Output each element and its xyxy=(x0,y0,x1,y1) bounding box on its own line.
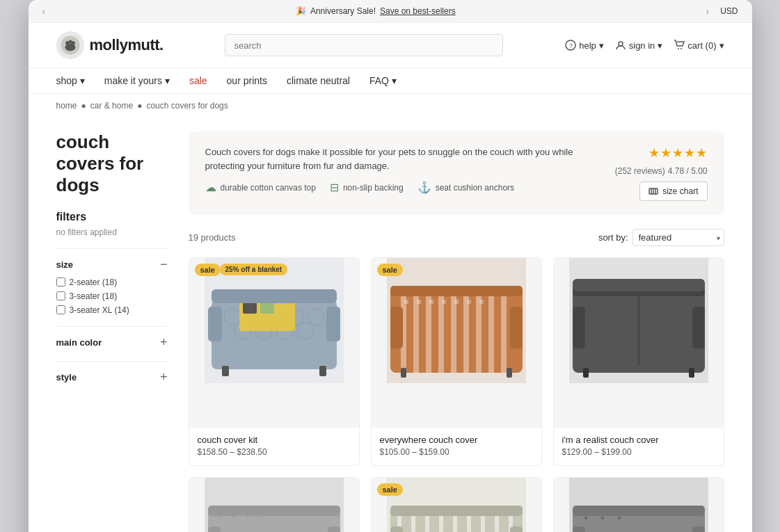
size-chart-button[interactable]: size chart xyxy=(639,182,707,201)
product-card-1[interactable]: sale 25% off a blanket couch cover kit $… xyxy=(189,257,360,466)
help-button[interactable]: ? help ▾ xyxy=(565,40,604,51)
breadcrumb-sep2: ● xyxy=(137,101,142,111)
breadcrumb-current: couch covers for dogs xyxy=(146,101,228,111)
filter-size-header[interactable]: size − xyxy=(56,257,168,272)
party-icon: 🎉 xyxy=(296,6,306,16)
svg-rect-72 xyxy=(232,516,234,518)
filters-none-applied: no filters applied xyxy=(56,227,168,237)
svg-rect-51 xyxy=(467,300,471,304)
page-title: couch covers for dogs xyxy=(56,131,168,197)
announcement-bar: ‹ 🎉 Anniversary Sale! Save on best-selle… xyxy=(29,0,752,23)
announcement-center: 🎉 Anniversary Sale! Save on best-sellers xyxy=(296,6,456,16)
breadcrumb-home[interactable]: home xyxy=(56,101,77,111)
nav-our-prints[interactable]: our prints xyxy=(227,75,267,86)
product-info-3: i'm a realist couch cover $129.00 – $199… xyxy=(554,428,724,465)
rating-reviews: (252 reviews) xyxy=(615,166,665,176)
checkbox-2seater[interactable] xyxy=(56,277,65,287)
product-image-5: sale xyxy=(372,478,541,532)
signin-button[interactable]: sign in ▾ xyxy=(615,40,663,51)
rating-stars: ★★★★★ xyxy=(648,145,708,161)
svg-rect-31 xyxy=(319,366,326,376)
filter-style-toggle[interactable]: + xyxy=(160,370,168,385)
category-meta: ★★★★★ (252 reviews) 4.78 / 5.00 size cha… xyxy=(615,145,708,201)
search-bar[interactable] xyxy=(225,34,503,56)
breadcrumb-sep1: ● xyxy=(81,101,86,111)
svg-rect-33 xyxy=(208,307,222,341)
svg-rect-56 xyxy=(401,368,406,378)
svg-point-9 xyxy=(619,42,623,46)
filter-option-2seater[interactable]: 2-seater (18) xyxy=(56,277,168,287)
filter-color-label: main color xyxy=(56,337,102,348)
svg-point-10 xyxy=(678,48,679,49)
filter-style-label: style xyxy=(56,372,77,382)
product-card-2[interactable]: sale everywhere couch cover $105.00 – $1… xyxy=(371,257,542,466)
announcement-link[interactable]: Save on best-sellers xyxy=(380,6,456,16)
svg-rect-108 xyxy=(573,526,585,532)
svg-rect-77 xyxy=(208,506,340,516)
badge-sale-2: sale xyxy=(377,264,403,276)
badge-sale-5: sale xyxy=(377,483,403,496)
header-actions: ? help ▾ sign in ▾ cart (0) ▾ xyxy=(565,40,724,51)
logo[interactable]: mollymutt. xyxy=(56,31,164,59)
svg-text:?: ? xyxy=(569,42,573,49)
header: mollymutt. ? help ▾ sign in ▾ xyxy=(29,23,752,68)
svg-rect-44 xyxy=(488,289,494,373)
breadcrumb: home ● car & home ● couch covers for dog… xyxy=(29,94,752,118)
filters-title: filters xyxy=(56,211,168,223)
announcement-text: Anniversary Sale! xyxy=(310,6,376,16)
filter-style-header[interactable]: style + xyxy=(56,370,168,385)
logo-icon xyxy=(56,31,84,59)
currency-selector[interactable]: USD xyxy=(720,6,738,16)
nav-climate-neutral[interactable]: climate neutral xyxy=(287,75,350,86)
nav-sale[interactable]: sale xyxy=(189,75,207,86)
product-image-1: sale 25% off a blanket xyxy=(189,258,359,428)
breadcrumb-car-home[interactable]: car & home xyxy=(90,101,133,111)
product-name-1: couch cover kit xyxy=(198,435,351,445)
product-card-5[interactable]: sale xyxy=(371,477,542,532)
checkbox-3seaterxl[interactable] xyxy=(56,305,65,314)
filter-group-color: main color + xyxy=(56,326,168,350)
browser-frame: ‹ 🎉 Anniversary Sale! Save on best-selle… xyxy=(29,0,752,532)
cotton-icon: ☁ xyxy=(205,181,216,194)
svg-rect-30 xyxy=(222,366,229,376)
main-nav: shop ▾ make it yours ▾ sale our prints c… xyxy=(29,68,752,94)
svg-rect-32 xyxy=(212,289,337,303)
prev-arrow[interactable]: ‹ xyxy=(42,6,46,17)
svg-rect-101 xyxy=(584,517,587,519)
cart-button[interactable]: cart (0) ▾ xyxy=(674,40,724,51)
filter-size-toggle[interactable]: − xyxy=(160,257,168,272)
sort-select[interactable]: featured price: low to high price: high … xyxy=(632,229,724,246)
svg-rect-47 xyxy=(417,300,421,304)
sort-wrapper[interactable]: featured price: low to high price: high … xyxy=(632,229,724,246)
svg-rect-57 xyxy=(507,368,512,378)
content-area: Couch covers for dogs make it possible f… xyxy=(189,118,724,532)
svg-rect-62 xyxy=(692,307,705,348)
checkbox-3seater[interactable] xyxy=(56,291,65,300)
help-chevron: ▾ xyxy=(599,40,604,51)
filter-option-3seaterxl[interactable]: 3-seater XL (14) xyxy=(56,305,168,315)
product-card-4[interactable] xyxy=(189,477,360,532)
filter-option-3seater[interactable]: 3-seater (18) xyxy=(56,291,168,301)
product-card-3[interactable]: i'm a realist couch cover $129.00 – $199… xyxy=(553,257,724,466)
sort-label: sort by: xyxy=(598,232,628,243)
nav-shop[interactable]: shop ▾ xyxy=(56,75,85,86)
filter-color-toggle[interactable]: + xyxy=(160,335,168,350)
svg-rect-50 xyxy=(454,300,459,304)
svg-rect-109 xyxy=(692,526,705,532)
svg-rect-34 xyxy=(326,307,340,341)
main-content: couch covers for dogs filters no filters… xyxy=(29,118,752,532)
filter-color-header[interactable]: main color + xyxy=(56,335,168,350)
nav-faq[interactable]: FAQ ▾ xyxy=(369,75,397,86)
nav-make-it-yours[interactable]: make it yours ▾ xyxy=(104,75,170,86)
svg-rect-46 xyxy=(404,300,408,304)
search-input[interactable] xyxy=(234,40,494,51)
product-image-6 xyxy=(554,478,724,532)
product-image-2: sale xyxy=(372,258,541,428)
filter-group-style: style + xyxy=(56,361,168,385)
svg-rect-55 xyxy=(510,307,523,348)
product-image-4 xyxy=(189,478,359,532)
next-arrow[interactable]: › xyxy=(706,6,709,17)
sort-by: sort by: featured price: low to high pri… xyxy=(598,229,724,246)
product-info-1: couch cover kit $158.50 – $238.50 xyxy=(189,428,359,465)
product-card-6[interactable] xyxy=(553,477,724,532)
